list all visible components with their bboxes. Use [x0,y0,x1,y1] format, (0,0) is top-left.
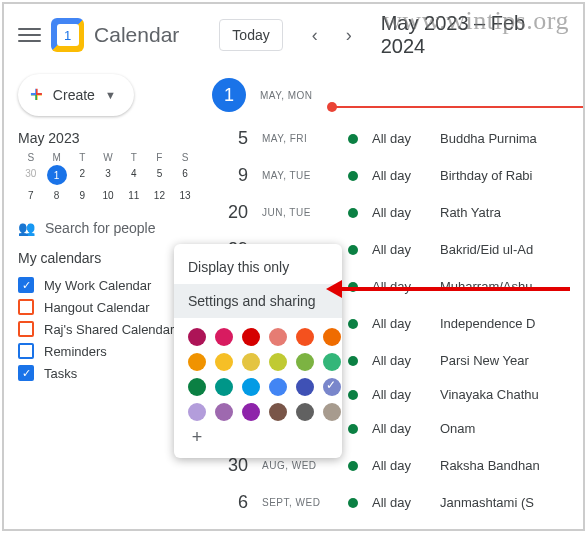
mini-dow: F [147,152,173,163]
event-allday: All day [372,316,426,331]
event-allday: All day [372,353,426,368]
color-swatch[interactable] [215,378,233,396]
next-period-button[interactable]: › [335,21,363,49]
event-dot-icon [348,424,358,434]
mini-calendar-title: May 2023 [18,130,79,146]
calendar-context-menu: Display this only Settings and sharing + [174,244,342,458]
event-dot-icon [348,461,358,471]
calendar-checkbox[interactable] [18,299,34,315]
color-swatch[interactable] [215,353,233,371]
mini-day[interactable]: 12 [147,187,173,204]
calendar-item[interactable]: Raj's Shared Calendar [18,318,198,340]
color-swatch[interactable] [323,403,341,421]
color-swatch[interactable] [296,353,314,371]
event-dow: SEPT, WED [262,497,334,508]
menu-settings-sharing[interactable]: Settings and sharing [174,284,342,318]
search-people[interactable]: 👥 Search for people [18,220,198,236]
event-day: 5 [212,128,248,149]
color-swatch[interactable] [188,403,206,421]
event-title: Raksha Bandhan [440,458,540,473]
event-allday: All day [372,205,426,220]
event-day: 1 [212,78,246,112]
mini-day[interactable]: 1 [47,165,67,185]
mini-calendar[interactable]: SMTWTFS3012345678910111213 [18,152,198,204]
color-swatch[interactable] [242,403,260,421]
color-swatch[interactable] [296,328,314,346]
mini-day[interactable]: 13 [172,187,198,204]
color-swatch[interactable] [242,378,260,396]
mini-day[interactable]: 5 [147,165,173,185]
chevron-down-icon: ▼ [105,89,116,101]
calendar-checkbox[interactable] [18,321,34,337]
event-dot-icon [348,245,358,255]
color-swatch[interactable] [269,328,287,346]
event-row[interactable]: 6SEPT, WEDAll dayJanmashtami (S [212,484,583,521]
mini-day[interactable]: 3 [95,165,121,185]
mini-day[interactable]: 10 [95,187,121,204]
event-title: Rath Yatra [440,205,501,220]
mini-day[interactable]: 11 [121,187,147,204]
color-swatch[interactable] [323,328,341,346]
color-swatch[interactable] [323,353,341,371]
mini-dow: S [18,152,44,163]
mini-dow: T [121,152,147,163]
event-title: Independence D [440,316,535,331]
event-dow: MAY, TUE [262,170,334,181]
calendar-item[interactable]: Hangout Calendar [18,296,198,318]
event-row[interactable]: 20JUN, TUEAll dayRath Yatra [212,194,583,231]
color-swatch[interactable] [269,353,287,371]
calendar-checkbox[interactable] [18,277,34,293]
color-swatch[interactable] [188,328,206,346]
prev-period-button[interactable]: ‹ [301,21,329,49]
color-swatch[interactable] [242,328,260,346]
today-button[interactable]: Today [219,19,282,51]
mini-day[interactable]: 9 [69,187,95,204]
calendar-label: My Work Calendar [44,278,151,293]
event-dot-icon [348,134,358,144]
color-swatch[interactable] [269,403,287,421]
calendar-item[interactable]: Tasks [18,362,198,384]
color-swatch[interactable] [215,403,233,421]
calendar-checkbox[interactable] [18,343,34,359]
calendar-item[interactable]: My Work Calendar [18,274,198,296]
event-allday: All day [372,131,426,146]
color-swatch[interactable] [269,378,287,396]
search-people-label: Search for people [45,220,156,236]
add-color-button[interactable]: + [188,428,206,446]
event-title: Parsi New Year [440,353,529,368]
date-range-title: May 2023 – Feb 2024 [381,12,569,58]
event-row[interactable]: 1MAY, MON [212,70,583,120]
event-allday: All day [372,495,426,510]
create-button[interactable]: + Create ▼ [18,74,134,116]
event-title: Janmashtami (S [440,495,534,510]
mini-day[interactable]: 8 [44,187,70,204]
color-swatch[interactable] [296,378,314,396]
event-row[interactable]: 9MAY, TUEAll dayBirthday of Rabi [212,157,583,194]
color-swatch[interactable] [188,378,206,396]
event-dot-icon [348,498,358,508]
event-dot-icon [348,171,358,181]
calendar-label: Tasks [44,366,77,381]
color-swatch[interactable] [188,353,206,371]
menu-icon[interactable] [18,23,41,47]
mini-day[interactable]: 7 [18,187,44,204]
event-allday: All day [372,168,426,183]
app-header: Calendar Today ‹ › May 2023 – Feb 2024 [4,4,583,66]
color-swatch[interactable] [215,328,233,346]
mini-day[interactable]: 6 [172,165,198,185]
color-swatch[interactable] [242,353,260,371]
event-allday: All day [372,458,426,473]
mini-day[interactable]: 4 [121,165,147,185]
menu-display-only[interactable]: Display this only [174,250,342,284]
calendar-checkbox[interactable] [18,365,34,381]
color-swatch[interactable] [323,378,341,396]
calendar-item[interactable]: Reminders [18,340,198,362]
color-swatch[interactable] [296,403,314,421]
event-title: Buddha Purnima [440,131,537,146]
event-dot-icon [348,390,358,400]
event-allday: All day [372,421,426,436]
event-row[interactable]: 5MAY, FRIAll dayBuddha Purnima [212,120,583,157]
event-dot-icon [348,356,358,366]
mini-day[interactable]: 30 [18,165,44,185]
mini-day[interactable]: 2 [69,165,95,185]
